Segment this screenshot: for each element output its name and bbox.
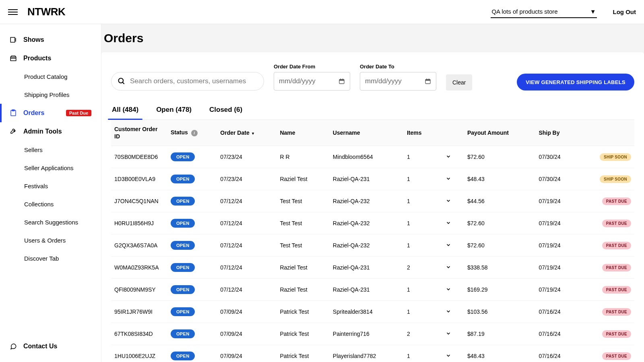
- status-badge: OPEN: [171, 219, 195, 228]
- ship-by: 07/30/24: [535, 146, 578, 168]
- username: Raziel-QA-232: [330, 190, 404, 212]
- expand-row-icon[interactable]: [446, 264, 451, 270]
- info-icon[interactable]: i: [191, 130, 198, 136]
- customer-name: Raziel Test: [277, 279, 329, 301]
- order-date: 07/12/24: [217, 279, 277, 301]
- expand-row-icon[interactable]: [446, 353, 451, 358]
- order-date: 07/09/24: [217, 301, 277, 323]
- tab-all[interactable]: All (484): [111, 102, 139, 119]
- sidebar-item-seller-applications[interactable]: Seller Applications: [0, 159, 101, 177]
- order-id: 1HU1006E2UJZ: [111, 345, 167, 362]
- customer-name: Test Test: [277, 212, 329, 234]
- username: Raziel-QA-231: [330, 257, 404, 279]
- ship-by: 07/16/24: [535, 345, 578, 362]
- table-row[interactable]: 67TK08SI834DOPEN07/09/24Patrick TestPain…: [111, 323, 634, 345]
- table-row[interactable]: G2QX3A6S7A0AOPEN07/12/24Test TestRaziel-…: [111, 234, 634, 257]
- table-row[interactable]: 95IR1JR76W9IOPEN07/09/24Patrick TestSpri…: [111, 301, 634, 323]
- calendar-icon: [339, 78, 345, 84]
- customer-name: Patrick Test: [277, 323, 329, 345]
- customer-name: Test Test: [277, 234, 329, 257]
- sidebar-item-sellers[interactable]: Sellers: [0, 141, 101, 159]
- menu-icon[interactable]: [8, 7, 18, 17]
- items-count: 1: [404, 279, 435, 301]
- col-payout[interactable]: Payout Amount: [464, 120, 535, 146]
- svg-rect-9: [339, 79, 344, 80]
- svg-line-7: [123, 82, 124, 84]
- status-badge: OPEN: [171, 307, 195, 316]
- table-row[interactable]: W0MA0Z93RK5AOPEN07/12/24Raziel TestRazie…: [111, 257, 634, 279]
- sidebar-item-discover-tab[interactable]: Discover Tab: [0, 249, 101, 267]
- clear-button[interactable]: Clear: [446, 74, 472, 90]
- expand-row-icon[interactable]: [446, 242, 451, 248]
- order-id: W0MA0Z93RK5A: [111, 257, 167, 279]
- expand-row-icon[interactable]: [446, 198, 451, 204]
- username: Raziel-QA-231: [330, 168, 404, 190]
- sidebar-item-collections[interactable]: Collections: [0, 195, 101, 213]
- col-items[interactable]: Items: [404, 120, 435, 146]
- order-id: 95IR1JR76W9I: [111, 301, 167, 323]
- sidebar-item-products[interactable]: Products: [0, 49, 101, 68]
- page-title: Orders: [103, 24, 644, 52]
- payout-amount: $48.43: [464, 168, 535, 190]
- sidebar-item-users-orders[interactable]: Users & Orders: [0, 231, 101, 249]
- col-order-date[interactable]: Order Date ▾: [217, 120, 277, 146]
- expand-row-icon[interactable]: [446, 331, 451, 336]
- order-id: 1D3B00E0VLA9: [111, 168, 167, 190]
- expand-row-icon[interactable]: [446, 154, 451, 159]
- sidebar-item-product-catalog[interactable]: Product Catalog: [0, 68, 101, 86]
- ship-by: 07/16/24: [535, 301, 578, 323]
- table-row[interactable]: H0RU1I856H9JOPEN07/12/24Test TestRaziel-…: [111, 212, 634, 234]
- expand-row-icon[interactable]: [446, 286, 451, 292]
- sidebar: Shows Products Product Catalog Shipping …: [0, 24, 101, 362]
- sidebar-item-shows[interactable]: Shows: [0, 31, 101, 49]
- order-date-from-input[interactable]: mm/dd/yyyy: [274, 72, 350, 90]
- search-input[interactable]: [111, 72, 264, 90]
- ship-by: 07/30/24: [535, 168, 578, 190]
- payout-amount: $87.19: [464, 323, 535, 345]
- username: Mindbloom6564: [330, 146, 404, 168]
- store-select[interactable]: QA lots of products store ▼: [491, 6, 597, 18]
- view-labels-button[interactable]: VIEW GENERATED SHIPPING LABELS: [517, 74, 634, 90]
- sidebar-item-contact-us[interactable]: Contact Us: [0, 337, 101, 356]
- col-status[interactable]: Status i: [167, 120, 217, 146]
- status-badge: OPEN: [171, 263, 195, 272]
- table-row[interactable]: 70SB0MDEE8D6OPEN07/23/24R RMindbloom6564…: [111, 146, 634, 168]
- col-ship-by[interactable]: Ship By: [535, 120, 578, 146]
- logout-button[interactable]: Log Out: [613, 8, 636, 15]
- search-icon: [118, 77, 126, 85]
- sidebar-item-festivals[interactable]: Festivals: [0, 177, 101, 195]
- ship-flag-badge: PAST DUE: [602, 220, 631, 227]
- order-date-to-input[interactable]: mm/dd/yyyy: [360, 72, 436, 90]
- expand-row-icon[interactable]: [446, 176, 451, 181]
- table-row[interactable]: QFI8009NM9SYOPEN07/12/24Raziel TestRazie…: [111, 279, 634, 301]
- sidebar-item-admin-tools[interactable]: Admin Tools: [0, 122, 101, 141]
- sidebar-item-orders[interactable]: Orders Past Due: [0, 104, 101, 122]
- col-name[interactable]: Name: [277, 120, 329, 146]
- customer-name: Raziel Test: [277, 257, 329, 279]
- orders-icon: [10, 109, 17, 117]
- expand-row-icon[interactable]: [446, 220, 451, 226]
- table-row[interactable]: 1D3B00E0VLA9OPEN07/23/24Raziel TestRazie…: [111, 168, 634, 190]
- col-id[interactable]: Customer Order ID: [111, 120, 167, 146]
- sidebar-item-shipping-profiles[interactable]: Shipping Profiles: [0, 86, 101, 104]
- col-username[interactable]: Username: [330, 120, 404, 146]
- order-id: J7ON4C5Q1NAN: [111, 190, 167, 212]
- tab-open[interactable]: Open (478): [155, 102, 192, 119]
- chevron-down-icon: ▼: [590, 8, 596, 15]
- store-select-label: QA lots of products store: [491, 8, 557, 15]
- chat-icon: [10, 343, 17, 350]
- payout-amount: $338.58: [464, 257, 535, 279]
- items-count: 1: [404, 301, 435, 323]
- calendar-icon: [425, 78, 431, 84]
- order-date: 07/12/24: [217, 234, 277, 257]
- expand-row-icon[interactable]: [446, 309, 451, 314]
- status-badge: OPEN: [171, 241, 195, 250]
- products-icon: [10, 55, 17, 62]
- sidebar-item-search-suggestions[interactable]: Search Suggestions: [0, 213, 101, 231]
- payout-amount: $48.43: [464, 345, 535, 362]
- tab-closed[interactable]: Closed (6): [208, 102, 243, 119]
- table-row[interactable]: J7ON4C5Q1NANOPEN07/12/24Test TestRaziel-…: [111, 190, 634, 212]
- past-due-badge: Past Due: [66, 110, 91, 116]
- table-row[interactable]: 1HU1006E2UJZOPEN07/09/24Patrick TestPlay…: [111, 345, 634, 362]
- items-count: 1: [404, 234, 435, 257]
